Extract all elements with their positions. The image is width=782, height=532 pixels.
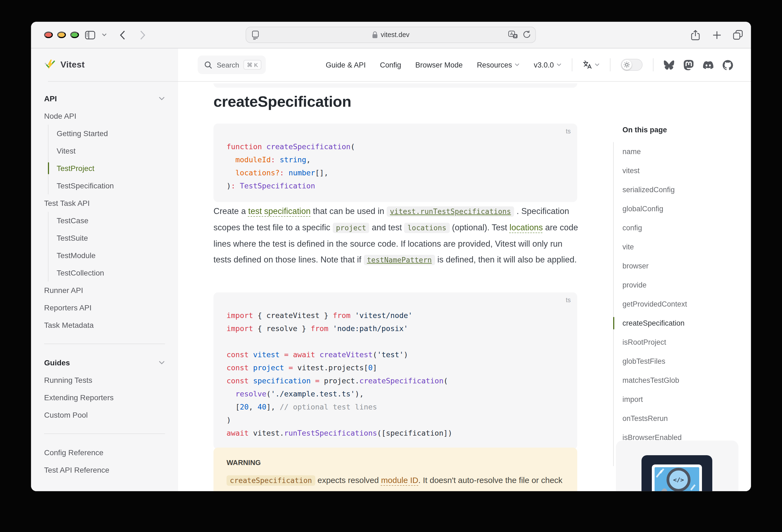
sidebar-section-label: Guides (44, 358, 70, 367)
toc-item-createspecification[interactable]: createSpecification (623, 314, 734, 333)
sidebar-item-testmodule[interactable]: TestModule (57, 247, 165, 264)
toc-item-globtestfiles[interactable]: globTestFiles (623, 352, 734, 371)
reader-icon[interactable] (252, 31, 259, 40)
minimize-window-button[interactable] (57, 32, 66, 38)
toc-item-name[interactable]: name (623, 142, 734, 161)
inline-code: project (333, 223, 369, 233)
chevron-down-icon (514, 63, 520, 66)
close-window-button[interactable] (44, 32, 53, 38)
chevron-down-icon (557, 63, 562, 66)
inline-code: createSpecification (226, 475, 315, 486)
chevron-down-icon (595, 63, 600, 66)
toc-item-import[interactable]: import (623, 390, 734, 409)
header-divider (572, 58, 572, 71)
sidebar-toggle-icon[interactable] (83, 22, 96, 48)
ad-card[interactable]: </> (616, 440, 739, 491)
mastodon-icon[interactable] (683, 60, 694, 70)
nav-link-label: Guide & API (326, 61, 366, 69)
bluesky-icon[interactable] (664, 60, 674, 70)
nav-link-config[interactable]: Config (380, 61, 401, 69)
sidebar-item-runner-api[interactable]: Runner API (44, 282, 165, 299)
nav-link-label: Config (380, 61, 401, 69)
nav-link-v3-0-0[interactable]: v3.0.0 (534, 61, 562, 69)
toc-item-vitest[interactable]: vitest (623, 161, 734, 180)
toc-item-globalconfig[interactable]: globalConfig (623, 199, 734, 218)
header-menu: Guide & APIConfigBrowser ModeResourcesv3… (312, 48, 733, 81)
sidebar-menu-chevron-icon[interactable] (100, 22, 108, 48)
sidebar-item-testcollection[interactable]: TestCollection (57, 264, 165, 282)
toc-item-matchestestglob[interactable]: matchesTestGlob (623, 371, 734, 390)
sidebar-item-testspecification[interactable]: TestSpecification (57, 177, 165, 194)
tab-overview-icon[interactable] (731, 22, 745, 48)
toc-row: name (623, 142, 734, 161)
doc-link-module-id[interactable]: module ID (381, 475, 419, 485)
address-bar[interactable]: vitest.dev A (246, 27, 536, 43)
doc-code-link-testnamepattern[interactable]: testNamePattern (363, 255, 435, 264)
doc-link-test-specification[interactable]: test specification (248, 206, 311, 216)
toc-item-vite[interactable]: vite (623, 238, 734, 256)
browser-window: vitest.dev A (31, 22, 751, 491)
share-icon[interactable] (689, 22, 702, 48)
chevron-down-icon (158, 360, 165, 365)
nav-link-browser-mode[interactable]: Browser Mode (415, 61, 463, 69)
warning-callout: WARNING createSpecification expects reso… (213, 448, 577, 491)
discord-icon[interactable] (703, 60, 713, 70)
sidebar-subgroup: TestCaseTestSuiteTestModuleTestCollectio… (48, 212, 165, 282)
sidebar-section-api[interactable]: API (44, 90, 165, 107)
search-placeholder: Search (217, 61, 239, 69)
sidebar-item-test-api-reference[interactable]: Test API Reference (44, 461, 165, 478)
translate-page-icon[interactable]: A (508, 30, 518, 38)
sidebar-item-custom-pool[interactable]: Custom Pool (44, 406, 165, 424)
doc-code-link-vitest-runtestspecifications[interactable]: vitest.runTestSpecifications (387, 206, 514, 216)
doc-link-locations[interactable]: locations (509, 223, 543, 232)
new-tab-icon[interactable] (710, 22, 723, 48)
sidebar-item-testproject[interactable]: TestProject (57, 159, 165, 177)
zoom-window-button[interactable] (70, 32, 79, 38)
sidebar-item-vitest[interactable]: Vitest (57, 142, 165, 159)
toc-row: config (623, 218, 734, 238)
sidebar-item-config-reference[interactable]: Config Reference (44, 444, 165, 461)
language-switcher[interactable] (583, 61, 600, 69)
sidebar-item-extending-reporters[interactable]: Extending Reporters (44, 389, 165, 406)
toc-item-provide[interactable]: provide (623, 276, 734, 294)
sidebar-section-guides[interactable]: Guides (44, 354, 165, 371)
svg-text:A: A (510, 31, 513, 36)
sidebar-item-reporters-api[interactable]: Reporters API (44, 299, 165, 316)
code-block-example: ts import { createVitest } from 'vitest/… (213, 292, 577, 449)
github-icon[interactable] (723, 60, 733, 70)
back-button[interactable] (116, 22, 129, 48)
sidebar-item-testcase[interactable]: TestCase (57, 212, 165, 229)
toc-item-ontestsrerun[interactable]: onTestsRerun (623, 409, 734, 428)
sidebar-nav: APINode APIGetting StartedVitestTestProj… (31, 82, 178, 478)
page-title: createSpecification (213, 93, 351, 110)
search-button[interactable]: Search ⌘ K (198, 56, 265, 74)
toc-row: vite (623, 238, 734, 256)
toc-item-getprovidedcontext[interactable]: getProvidedContext (623, 294, 734, 314)
text: is defined, then it will also be applied… (435, 255, 577, 264)
theme-toggle[interactable] (621, 59, 643, 71)
sidebar-item-node-api[interactable]: Node API (44, 107, 165, 125)
toc-row: matchesTestGlob (623, 371, 734, 390)
toc-title: On this page (613, 122, 734, 138)
sidebar-item-getting-started[interactable]: Getting Started (57, 125, 165, 142)
sun-icon (622, 60, 632, 70)
text: and test (369, 223, 404, 232)
forward-button[interactable] (137, 22, 149, 48)
sidebar: Vitest APINode APIGetting StartedVitestT… (31, 48, 178, 491)
nav-link-guide-api[interactable]: Guide & API (326, 61, 366, 69)
reload-icon[interactable] (523, 30, 531, 39)
toc-item-config[interactable]: config (623, 218, 734, 238)
nav-link-resources[interactable]: Resources (477, 61, 520, 69)
magnifier-code-icon: </> (667, 468, 690, 491)
toc-row: isRootProject (623, 333, 734, 352)
sidebar-item-test-task-api[interactable]: Test Task API (44, 194, 165, 212)
inline-code: locations (404, 223, 450, 233)
sidebar-item-running-tests[interactable]: Running Tests (44, 371, 165, 389)
brand[interactable]: Vitest (31, 48, 178, 81)
code-block-signature: ts function createSpecification( moduleI… (213, 123, 577, 202)
toc-item-browser[interactable]: browser (623, 256, 734, 276)
toc-item-serializedconfig[interactable]: serializedConfig (623, 180, 734, 199)
sidebar-item-task-metadata[interactable]: Task Metadata (44, 316, 165, 334)
sidebar-item-testsuite[interactable]: TestSuite (57, 229, 165, 247)
toc-item-isrootproject[interactable]: isRootProject (623, 333, 734, 352)
